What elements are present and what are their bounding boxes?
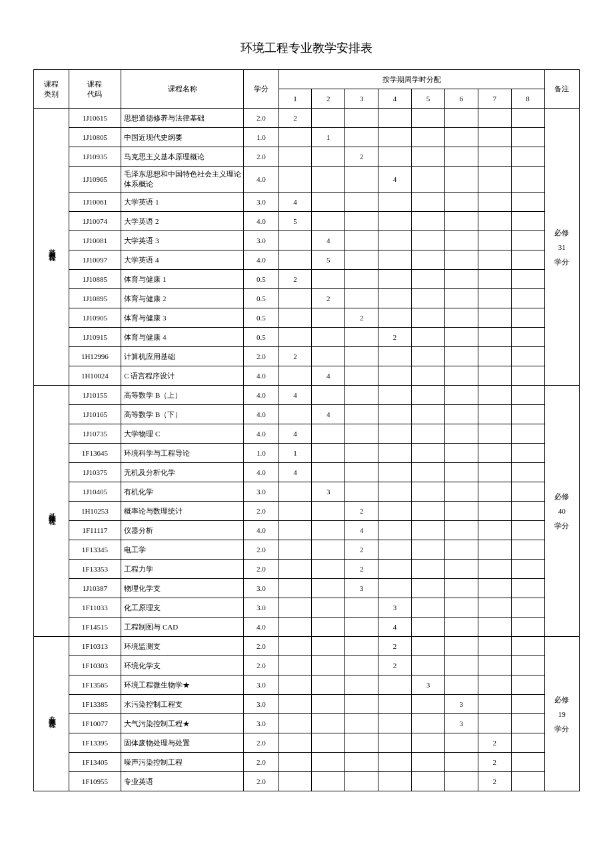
sem-cell: [412, 482, 445, 502]
table-row: 1J10915体育与健康 40.52: [34, 328, 580, 347]
sem-cell: [478, 521, 511, 540]
sem-cell: [478, 308, 511, 328]
sem-cell: [312, 463, 345, 482]
sem-cell: [511, 656, 544, 675]
header-category: 课程 类别: [34, 70, 69, 109]
sem-cell: 2: [312, 289, 345, 308]
sem-cell: [478, 675, 511, 695]
course-code: 1F10313: [69, 637, 121, 656]
sem-cell: [511, 714, 544, 733]
course-name: 无机及分析化学: [121, 463, 244, 482]
sem-cell: [478, 714, 511, 733]
course-credit: 3.0: [244, 231, 279, 250]
sem-cell: [444, 521, 478, 540]
sem-cell: [412, 386, 445, 405]
sem-cell: [312, 109, 345, 128]
sem-cell: [412, 753, 445, 772]
course-credit: 4.0: [244, 167, 279, 193]
course-credit: 2.0: [244, 772, 279, 791]
sem-cell: 4: [279, 424, 312, 444]
header-row-1: 课程 类别 课程 代码 课程名称 学分 按学期周学时分配 备注: [34, 70, 580, 89]
course-code: 1H12996: [69, 347, 121, 366]
sem-cell: [378, 250, 412, 270]
category-cell: 基础教学课程: [34, 386, 69, 637]
course-name: 大学英语 2: [121, 212, 244, 231]
table-row: 1F13405噪声污染控制工程2.02: [34, 753, 580, 772]
sem-cell: [478, 193, 511, 212]
sem-cell: [412, 714, 445, 733]
sem-cell: [279, 753, 312, 772]
course-code: 1J10885: [69, 270, 121, 289]
table-row: 1J10165高等数学 B（下）4.04: [34, 405, 580, 424]
sem-cell: [511, 270, 544, 289]
table-row: 1J10097大学英语 44.05: [34, 250, 580, 270]
sem-cell: 4: [312, 231, 345, 250]
course-name: 体育与健康 3: [121, 308, 244, 328]
sem-cell: [444, 772, 478, 791]
table-row: 普通教育课程1J10615思想道德修养与法律基础2.02必修 31 学分: [34, 109, 580, 128]
sem-cell: [345, 444, 378, 463]
category-label: 基础教学课程: [45, 506, 57, 514]
course-name: 环境工程微生物学★: [121, 675, 244, 695]
sem-cell: [511, 540, 544, 560]
header-distribution: 按学期周学时分配: [279, 70, 544, 89]
note-cell: 必修 40 学分: [544, 386, 580, 637]
course-credit: 4.0: [244, 424, 279, 444]
sem-cell: [444, 618, 478, 637]
sem-cell: [478, 424, 511, 444]
sem-cell: [511, 212, 544, 231]
course-name: 体育与健康 2: [121, 289, 244, 308]
course-name: 概率论与数理统计: [121, 502, 244, 521]
sem-cell: [378, 521, 412, 540]
sem-cell: [511, 328, 544, 347]
sem-cell: [378, 733, 412, 753]
sem-cell: [412, 502, 445, 521]
sem-cell: [378, 714, 412, 733]
course-name: 体育与健康 4: [121, 328, 244, 347]
sem-cell: [412, 109, 445, 128]
sem-cell: 4: [378, 618, 412, 637]
sem-cell: [412, 405, 445, 424]
table-row: 1F13395固体废物处理与处置2.02: [34, 733, 580, 753]
sem-cell: [345, 618, 378, 637]
sem-cell: 2: [279, 270, 312, 289]
course-credit: 0.5: [244, 289, 279, 308]
sem-cell: [478, 463, 511, 482]
sem-cell: [279, 250, 312, 270]
sem-cell: [511, 463, 544, 482]
course-credit: 4.0: [244, 250, 279, 270]
header-sem-8: 8: [511, 89, 544, 109]
sem-cell: [279, 366, 312, 386]
sem-cell: 2: [345, 560, 378, 579]
sem-cell: [378, 212, 412, 231]
course-name: 环境化学支: [121, 656, 244, 675]
sem-cell: [279, 128, 312, 147]
sem-cell: [345, 463, 378, 482]
sem-cell: [312, 675, 345, 695]
sem-cell: [511, 167, 544, 193]
sem-cell: [444, 733, 478, 753]
course-credit: 3.0: [244, 598, 279, 618]
course-credit: 3.0: [244, 482, 279, 502]
table-row: 1J10735大学物理 C4.04: [34, 424, 580, 444]
sem-cell: 2: [378, 656, 412, 675]
sem-cell: [312, 521, 345, 540]
course-credit: 2.0: [244, 109, 279, 128]
course-name: 物理化学支: [121, 579, 244, 598]
table-row: 1F10303环境化学支2.02: [34, 656, 580, 675]
sem-cell: [345, 675, 378, 695]
course-code: 1J10081: [69, 231, 121, 250]
sem-cell: [511, 772, 544, 791]
sem-cell: [444, 347, 478, 366]
sem-cell: [511, 109, 544, 128]
sem-cell: [478, 347, 511, 366]
sem-cell: [378, 675, 412, 695]
sem-cell: [511, 598, 544, 618]
sem-cell: [312, 347, 345, 366]
sem-cell: [378, 308, 412, 328]
sem-cell: [511, 424, 544, 444]
course-name: 高等数学 B（下）: [121, 405, 244, 424]
sem-cell: 2: [279, 347, 312, 366]
sem-cell: [444, 128, 478, 147]
table-row: 1F13565环境工程微生物学★3.03: [34, 675, 580, 695]
